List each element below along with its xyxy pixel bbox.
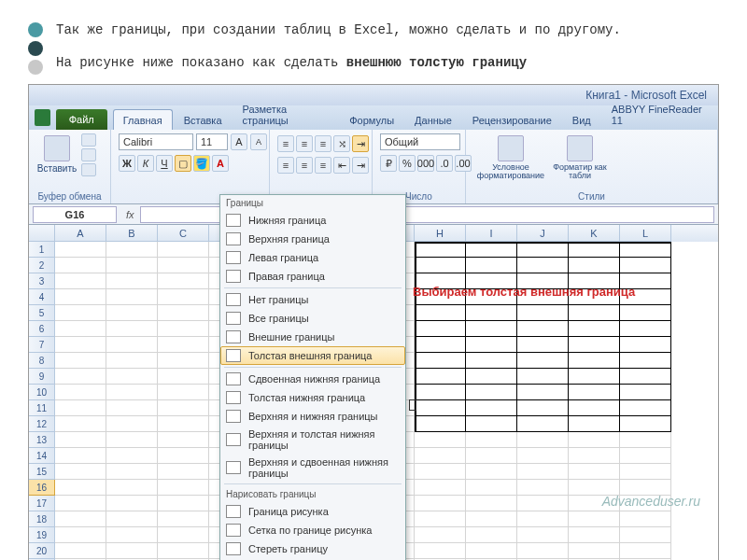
cell[interactable] — [466, 353, 517, 369]
cell[interactable] — [620, 369, 671, 385]
cell[interactable] — [569, 258, 620, 273]
cell[interactable] — [415, 369, 466, 385]
cell[interactable] — [158, 511, 209, 527]
cell[interactable] — [106, 321, 158, 337]
cell[interactable] — [106, 289, 158, 305]
cell[interactable] — [620, 511, 671, 527]
tab-data[interactable]: Данные — [405, 110, 461, 130]
cell[interactable] — [415, 321, 466, 337]
row-header-5[interactable]: 5 — [29, 305, 55, 321]
cell[interactable] — [106, 496, 158, 511]
tab-formulas[interactable]: Формулы — [340, 110, 403, 130]
row-header-17[interactable]: 17 — [29, 496, 55, 511]
cell[interactable] — [569, 369, 620, 385]
row-header-13[interactable]: 13 — [29, 432, 55, 448]
cell[interactable] — [569, 400, 620, 416]
dd-item[interactable]: Толстая внешняя граница — [220, 346, 405, 365]
col-header-K[interactable]: K — [569, 225, 620, 242]
cell[interactable] — [569, 353, 620, 369]
cell[interactable] — [55, 273, 106, 289]
fill-color-button[interactable]: 🪣 — [193, 155, 210, 172]
cell[interactable] — [106, 337, 158, 353]
cell[interactable] — [55, 242, 106, 258]
cell[interactable] — [55, 448, 106, 464]
cell[interactable] — [620, 400, 671, 416]
cell[interactable] — [415, 416, 466, 432]
cell[interactable] — [466, 416, 517, 432]
cell[interactable] — [55, 400, 106, 416]
indent-dec-icon[interactable]: ⇤ — [333, 157, 350, 174]
row-header-2[interactable]: 2 — [29, 258, 55, 273]
cell[interactable] — [158, 273, 209, 289]
dd-item[interactable]: Толстая нижняя граница — [220, 388, 405, 407]
dd-item[interactable]: Граница рисунка — [220, 502, 405, 521]
cell[interactable] — [415, 385, 466, 400]
cell[interactable] — [620, 432, 671, 448]
cell[interactable] — [466, 242, 517, 258]
cell[interactable] — [158, 480, 209, 496]
cell[interactable] — [415, 353, 466, 369]
font-name-combo[interactable]: Calibri — [119, 133, 193, 150]
cell[interactable] — [55, 543, 106, 559]
cell[interactable] — [55, 353, 106, 369]
dd-item[interactable]: Стереть границу — [220, 539, 405, 558]
col-header-B[interactable]: B — [106, 225, 158, 242]
cell[interactable] — [569, 305, 620, 321]
copy-icon[interactable] — [81, 148, 96, 161]
cell[interactable] — [415, 400, 466, 416]
align-center-icon[interactable]: ≡ — [296, 157, 313, 174]
dd-item[interactable]: Сдвоенная нижняя граница — [220, 370, 405, 388]
dd-item[interactable]: Сетка по границе рисунка — [220, 521, 405, 539]
row-header-16[interactable]: 16 — [29, 480, 55, 496]
fx-icon[interactable]: fx — [126, 209, 134, 220]
cell[interactable] — [569, 432, 620, 448]
orientation-icon[interactable]: ⤭ — [333, 135, 350, 152]
cell[interactable] — [569, 527, 620, 543]
cell[interactable] — [517, 305, 569, 321]
cell[interactable] — [158, 337, 209, 353]
row-header-9[interactable]: 9 — [29, 369, 55, 385]
dd-item[interactable]: Все границы — [220, 309, 405, 328]
dd-item[interactable]: Левая граница — [220, 248, 405, 267]
cell[interactable] — [415, 305, 466, 321]
cell[interactable] — [517, 432, 569, 448]
shrink-font-icon[interactable]: A — [250, 133, 267, 150]
cell[interactable] — [415, 448, 466, 464]
cell[interactable] — [517, 496, 569, 511]
row-header-15[interactable]: 15 — [29, 464, 55, 480]
currency-icon[interactable]: ₽ — [380, 155, 397, 172]
row-header-14[interactable]: 14 — [29, 448, 55, 464]
italic-button[interactable]: К — [137, 155, 154, 172]
cell[interactable] — [158, 289, 209, 305]
cell[interactable] — [466, 464, 517, 480]
file-tab[interactable]: Файл — [56, 109, 107, 130]
tab-insert[interactable]: Вставка — [175, 110, 232, 130]
cell[interactable] — [517, 480, 569, 496]
cell[interactable] — [466, 305, 517, 321]
cell[interactable] — [620, 543, 671, 559]
cell[interactable] — [569, 543, 620, 559]
percent-icon[interactable]: % — [399, 155, 416, 172]
tab-view[interactable]: Вид — [563, 110, 600, 130]
cell[interactable] — [106, 543, 158, 559]
row-header-3[interactable]: 3 — [29, 273, 55, 289]
cell[interactable] — [55, 369, 106, 385]
cell[interactable] — [55, 385, 106, 400]
cell[interactable] — [569, 464, 620, 480]
cell[interactable] — [106, 305, 158, 321]
bold-button[interactable]: Ж — [119, 155, 135, 172]
col-header-J[interactable]: J — [517, 225, 569, 242]
cell[interactable] — [569, 511, 620, 527]
cell[interactable] — [466, 527, 517, 543]
cell[interactable] — [517, 369, 569, 385]
cell[interactable] — [620, 321, 671, 337]
col-header-L[interactable]: L — [620, 225, 671, 242]
col-header-H[interactable]: H — [415, 225, 466, 242]
decimal-inc-icon[interactable]: .0 — [436, 155, 453, 172]
cell[interactable] — [466, 258, 517, 273]
tab-review[interactable]: Рецензирование — [463, 110, 561, 130]
cell[interactable] — [55, 416, 106, 432]
cell[interactable] — [158, 242, 209, 258]
row-header-12[interactable]: 12 — [29, 416, 55, 432]
row-header-7[interactable]: 7 — [29, 337, 55, 353]
